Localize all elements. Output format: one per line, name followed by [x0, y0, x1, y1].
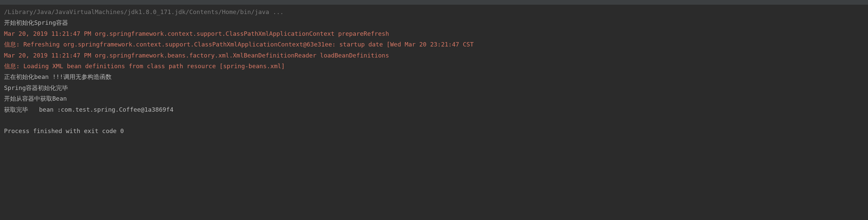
console-line: 信息: Loading XML bean definitions from cl…: [4, 61, 864, 72]
console-line: Mar 20, 2019 11:21:47 PM org.springframe…: [4, 50, 864, 61]
console-line: [4, 115, 864, 126]
console-line: 信息: Refreshing org.springframework.conte…: [4, 39, 864, 50]
console-line: Process finished with exit code 0: [4, 126, 864, 137]
console-line: 开始从容器中获取Bean: [4, 93, 864, 104]
console-line: 正在初始化bean !!!调用无参构造函数: [4, 72, 864, 82]
console-line: Mar 20, 2019 11:21:47 PM org.springframe…: [4, 28, 864, 39]
console-line: 获取完毕 bean :com.test.spring.Coffee@1a3869…: [4, 104, 864, 115]
console-line: 开始初始化Spring容器: [4, 17, 864, 28]
console-line: Spring容器初始化完毕: [4, 82, 864, 93]
console-top-bar: [0, 0, 868, 5]
command-line: /Library/Java/JavaVirtualMachines/jdk1.8…: [4, 7, 864, 17]
console-output[interactable]: /Library/Java/JavaVirtualMachines/jdk1.8…: [0, 5, 868, 139]
